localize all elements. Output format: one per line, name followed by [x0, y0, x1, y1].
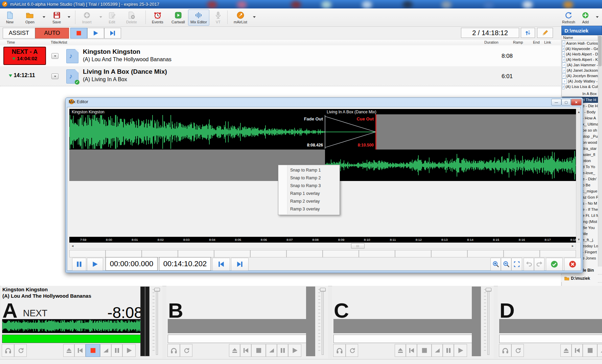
row1-title[interactable]: Kingston Kingston: [83, 48, 140, 55]
player-b-skip-start-button[interactable]: [240, 344, 251, 357]
ramp-cell[interactable]: [467, 250, 504, 257]
row1-artist[interactable]: (A) Lou And The Hollywood Bananas: [83, 56, 171, 63]
zoom-out-button[interactable]: [501, 258, 511, 271]
add-button[interactable]: Add: [579, 9, 592, 26]
row2-artist[interactable]: (A) Living In A Box: [83, 76, 127, 83]
edit-playlist-button[interactable]: [537, 28, 553, 38]
row2-title[interactable]: Living In A Box (Dance Mix): [83, 68, 167, 75]
player-b-play-button[interactable]: [288, 344, 301, 357]
sort-button[interactable]: [521, 28, 535, 38]
open-dropdown-caret[interactable]: [43, 16, 45, 18]
insert-button[interactable]: Insert: [80, 9, 94, 26]
player-d-skip-start-button[interactable]: [572, 344, 583, 357]
browser-item[interactable]: ♪(A) Haywoode - Ge: [561, 46, 598, 51]
ramp-cell[interactable]: [178, 250, 214, 257]
browser-item[interactable]: ♪(A) Jocelyn Brown: [561, 73, 598, 78]
player-a-play-button[interactable]: [122, 344, 136, 357]
browser-scrollbar[interactable]: [598, 35, 602, 283]
player-b-fade-button[interactable]: [266, 344, 277, 357]
menu-item-ramp-2-overlay[interactable]: Ramp 2 overlay: [287, 198, 342, 205]
player-a-skip-start-button[interactable]: [74, 344, 86, 357]
playlist-row-2[interactable]: 14:12:11 ♪✓ Living In A Box (Dance Mix) …: [0, 66, 561, 86]
edit-button[interactable]: Edit: [106, 9, 118, 26]
player-d-fade-button[interactable]: [597, 344, 602, 357]
fade-out-label[interactable]: Fade Out: [272, 116, 323, 121]
playlist-row-1[interactable]: NEXT - A 14:04:02 ♪ Kingston Kingston (A…: [0, 45, 561, 67]
player-c-waveform[interactable]: [333, 319, 474, 333]
ramp-cell[interactable]: [395, 250, 431, 257]
player-b-pfl-button[interactable]: [167, 344, 180, 357]
cue-out-label[interactable]: Cue Out: [323, 116, 374, 121]
player-b-stop-button[interactable]: [251, 344, 266, 357]
auto-button[interactable]: AUTO: [35, 28, 69, 39]
playlist-play-button[interactable]: [87, 28, 104, 39]
cancel-button[interactable]: [564, 258, 581, 271]
scroll-up-icon[interactable]: ▲: [577, 109, 580, 115]
browser-item[interactable]: ♪(A) Janet Jackson: [561, 68, 598, 73]
save-dropdown-caret[interactable]: [68, 16, 70, 18]
player-b-volume-fader[interactable]: [318, 287, 324, 356]
column-ramp[interactable]: Ramp: [513, 40, 523, 44]
zoom-in-button[interactable]: [490, 258, 501, 271]
track2-waveform-area[interactable]: [325, 150, 576, 181]
ramp-cell[interactable]: [286, 250, 323, 257]
minimize-button[interactable]: —: [551, 99, 561, 106]
mix-editor-button[interactable]: Mix Editor: [188, 9, 209, 26]
timeline-ruler[interactable]: 7:598:008:018:028:038:048:058:068:078:08…: [69, 237, 576, 243]
player-a-pause-button[interactable]: [111, 344, 122, 357]
refresh-button[interactable]: Refresh: [560, 9, 578, 26]
folder-root-item[interactable]: D:\muziek: [561, 275, 602, 282]
ramp-cell[interactable]: [142, 250, 178, 257]
player-d-progress-bar[interactable]: [499, 335, 602, 343]
player-b-waveform[interactable]: [168, 319, 309, 333]
mairlist-menu-button[interactable]: mAirList: [231, 9, 250, 26]
menu-item-ramp-1-overlay[interactable]: Ramp 1 overlay: [287, 190, 342, 198]
me-skip-start-button[interactable]: [212, 258, 230, 271]
player-c-progress-bar[interactable]: [333, 335, 475, 343]
column-duration[interactable]: Duration: [484, 40, 499, 44]
player-a-eject-button[interactable]: [63, 344, 74, 357]
ramp-cell[interactable]: [359, 250, 395, 257]
events-button[interactable]: Events: [149, 9, 166, 26]
window-title-bar[interactable]: mAirList 6.0-alpha Home Studio (Trial) […: [0, 0, 602, 9]
player-c-stop-button[interactable]: [417, 344, 432, 357]
me-skip-end-button[interactable]: [231, 258, 249, 271]
scroll-down-icon[interactable]: ▼: [577, 237, 580, 242]
menu-item-snap-to-ramp-2[interactable]: Snap to Ramp 2: [287, 174, 342, 182]
player-a-progress-bar[interactable]: [2, 335, 144, 343]
fader-thumb[interactable]: [320, 288, 326, 292]
assist-button[interactable]: ASSIST: [3, 28, 35, 39]
browser-item[interactable]: ♪(A) Herb Alpert - D: [561, 51, 598, 57]
player-a-loop-button[interactable]: [14, 344, 27, 357]
player-c-play-button[interactable]: [454, 344, 467, 357]
browser-item[interactable]: ♪(A) Herb Alpert - K: [561, 57, 598, 62]
player-a-waveform[interactable]: [2, 319, 144, 333]
player-d-pfl-button[interactable]: [499, 344, 511, 357]
column-end[interactable]: End: [533, 40, 540, 44]
undo-button[interactable]: [524, 258, 534, 271]
player-c-pause-button[interactable]: [443, 344, 454, 357]
accept-button[interactable]: [546, 258, 563, 271]
insert-dropdown-caret[interactable]: [99, 16, 102, 18]
open-button[interactable]: Open: [23, 9, 37, 26]
column-title-artist[interactable]: Title/Artist: [51, 40, 67, 44]
save-button[interactable]: Save: [50, 9, 63, 26]
ramp-cell[interactable]: [69, 250, 106, 257]
me-play-button[interactable]: [87, 258, 103, 271]
player-c-skip-start-button[interactable]: [406, 344, 417, 357]
ramp-cell[interactable]: [323, 250, 359, 257]
player-a-stop-button[interactable]: [86, 344, 100, 357]
menu-item-ramp-3-overlay[interactable]: Ramp 3 overlay: [287, 205, 342, 213]
browser-name-column-header[interactable]: Name: [561, 35, 598, 41]
browser-item[interactable]: ♪(A) Lisa Lisa & Cult: [561, 84, 598, 89]
player-b-loop-button[interactable]: [180, 344, 192, 357]
player-c-loop-button[interactable]: [346, 344, 358, 357]
mix-editor-horizontal-scrollbar[interactable]: ◄ ►: [69, 243, 576, 249]
column-link[interactable]: Link: [544, 40, 551, 44]
browser-item[interactable]: ♪(A) Jan Hammer -: [561, 62, 598, 68]
browser-item[interactable]: ♪(A) Jody Watley -: [561, 78, 598, 84]
playlist-stop-button[interactable]: [70, 28, 87, 39]
redo-button[interactable]: [534, 258, 545, 271]
player-a-pfl-button[interactable]: [2, 344, 14, 357]
player-b-pause-button[interactable]: [277, 344, 288, 357]
